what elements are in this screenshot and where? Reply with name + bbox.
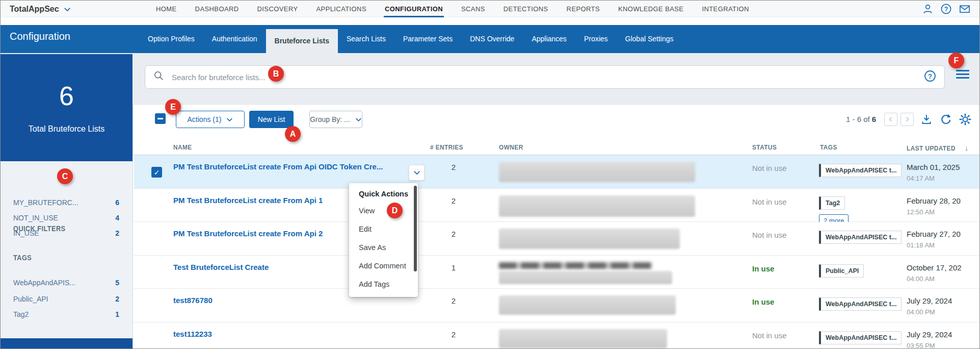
menu-item-save-as[interactable]: Save As	[349, 238, 418, 257]
help-icon[interactable]: ?	[940, 3, 952, 15]
tag-pill[interactable]: WebAppAndAPISEC t...	[819, 231, 902, 244]
next-page-button[interactable]	[900, 113, 914, 126]
nav-knowledge-base[interactable]: KNOWLEDGE BASE	[618, 1, 683, 17]
menu-scrollbar[interactable]	[414, 186, 417, 271]
settings-gear-icon[interactable]	[959, 113, 972, 126]
col-status[interactable]: STATUS	[752, 143, 779, 151]
list-name-link[interactable]: PM Test BruteforceList create From Api 1	[173, 196, 323, 205]
table-row[interactable]: ✓ PM Test BruteforceList create From Api…	[134, 155, 980, 189]
table-row[interactable]: test876780 2 In use WebAppAndAPISEC t...…	[134, 289, 980, 322]
group-by-dropdown[interactable]: Group By: ...	[309, 111, 362, 128]
search-bar: ?	[145, 65, 945, 89]
last-updated-time: 04:00 AM	[907, 275, 935, 283]
tab-bruteforce-lists[interactable]: Bruteforce Lists	[266, 29, 338, 53]
tab-search-lists[interactable]: Search Lists	[338, 25, 394, 53]
tab-proxies[interactable]: Proxies	[575, 25, 617, 53]
col-last-updated[interactable]: LAST UPDATED ↓	[907, 143, 968, 152]
menu-item-view[interactable]: View	[349, 202, 418, 220]
nav-scans[interactable]: SCANS	[461, 1, 485, 17]
table-row[interactable]: Test BruteforceList Create 1 In use Publ…	[134, 256, 980, 289]
nav-dashboard[interactable]: DASHBOARD	[195, 1, 239, 17]
last-updated-date: February 28, 20	[907, 196, 980, 205]
filter-not-in-use[interactable]: NOT_IN_USE 4	[13, 212, 119, 224]
row-actions-chevron[interactable]	[409, 165, 425, 181]
marker-a: A	[285, 126, 301, 142]
tag-pill[interactable]: WebAppAndAPISEC t...	[819, 297, 902, 311]
owner-redacted	[499, 195, 695, 217]
nav-configuration[interactable]: CONFIGURATION	[385, 1, 443, 17]
pagination-label: 1 - 6 of6	[846, 115, 876, 124]
list-name-link[interactable]: test112233	[173, 330, 212, 338]
menu-icon[interactable]	[956, 70, 969, 81]
tag-pill[interactable]: Public_API	[819, 264, 864, 278]
nav-discovery[interactable]: DISCOVERY	[257, 1, 298, 17]
sort-desc-icon[interactable]: ↓	[965, 143, 969, 152]
col-tags[interactable]: TAGS	[820, 143, 839, 151]
owner-redacted	[499, 295, 676, 315]
actions-button[interactable]: Actions (1)	[176, 111, 245, 128]
top-bar-icons: ?	[922, 3, 970, 15]
list-name-link[interactable]: test876780	[173, 296, 213, 305]
top-bar: TotalAppSec HOME DASHBOARD DISCOVERY APP…	[1, 1, 979, 17]
main-nav: HOME DASHBOARD DISCOVERY APPLICATIONS CO…	[156, 1, 749, 17]
entries-count: 2	[438, 296, 469, 305]
tag-pill[interactable]: WebAppAndAPISEC t...	[819, 164, 902, 177]
nav-integration[interactable]: INTEGRATION	[702, 1, 749, 17]
filter-my-bruteforce[interactable]: MY_BRUTEFORC... 6	[13, 196, 119, 209]
row-checkbox-checked[interactable]: ✓	[151, 167, 162, 178]
last-updated-date: March 01, 2025	[907, 163, 980, 171]
mail-icon[interactable]	[959, 3, 970, 15]
menu-item-edit[interactable]: Edit	[349, 220, 418, 238]
menu-item-add-tags[interactable]: Add Tags	[349, 275, 418, 293]
search-help-icon[interactable]: ?	[924, 70, 936, 84]
chevron-down-icon	[355, 117, 362, 122]
last-updated-time: 04:00 PM	[907, 308, 935, 316]
pagination: 1 - 6 of6	[846, 113, 972, 126]
product-switcher[interactable]: TotalAppSec	[10, 1, 71, 17]
marker-b: B	[268, 66, 284, 82]
col-entries[interactable]: # ENTRIES	[430, 143, 466, 151]
prev-page-button[interactable]	[884, 113, 897, 126]
nav-reports[interactable]: REPORTS	[567, 1, 600, 17]
entries-count: 1	[438, 263, 469, 272]
user-icon[interactable]	[922, 3, 934, 15]
tab-appliances[interactable]: Appliances	[523, 25, 575, 53]
tag-filter-tag2[interactable]: Tag2 1	[13, 308, 119, 320]
nav-home[interactable]: HOME	[156, 1, 177, 17]
entries-count: 2	[438, 163, 469, 171]
table-row[interactable]: test112233 2 Not in use WebAppAndAPISEC …	[134, 322, 980, 349]
tab-dns-override[interactable]: DNS Override	[461, 25, 523, 53]
refresh-icon[interactable]	[939, 113, 952, 126]
menu-item-add-comment[interactable]: Add Comment	[349, 257, 418, 275]
last-updated-time: 03:55 PM	[907, 342, 935, 349]
nav-applications[interactable]: APPLICATIONS	[316, 1, 366, 17]
filter-in-use[interactable]: IN_USE 2	[13, 227, 119, 239]
tab-authentication[interactable]: Authentication	[203, 25, 266, 53]
svg-text:?: ?	[944, 6, 948, 13]
tab-option-profiles[interactable]: Option Profiles	[139, 25, 203, 53]
tab-parameter-sets[interactable]: Parameter Sets	[394, 25, 461, 53]
status-badge: Not in use	[752, 231, 787, 239]
col-owner[interactable]: OWNER	[499, 143, 525, 151]
tab-global-settings[interactable]: Global Settings	[617, 25, 682, 53]
marker-e: E	[165, 99, 181, 115]
tag-filter-webappandapis[interactable]: WebAppAndAPIS... 5	[13, 277, 119, 289]
table-row[interactable]: PM Test BruteforceList create From Api 1…	[134, 189, 980, 222]
tag-filter-public-api[interactable]: Public_API 2	[13, 293, 119, 305]
select-all-checkbox[interactable]	[155, 113, 166, 124]
content-panel: Actions (1) New List Group By: ... 1 - 6…	[133, 104, 979, 348]
entries-count: 2	[438, 196, 469, 205]
marker-c: C	[57, 168, 73, 184]
sidebar-next-card	[1, 338, 133, 349]
download-icon[interactable]	[920, 113, 933, 126]
new-list-button[interactable]: New List	[249, 111, 294, 128]
list-name-link[interactable]: PM Test BruteforceList create From Api O…	[173, 162, 383, 171]
col-name[interactable]: NAME	[173, 143, 194, 151]
nav-detections[interactable]: DETECTIONS	[504, 1, 548, 17]
table-row[interactable]: PM Test BruteforceList create From Api 2…	[134, 222, 980, 256]
tag-pill[interactable]: WebAppAndAPISEC t...	[819, 331, 902, 344]
tag-pill[interactable]: Tag2	[819, 196, 845, 210]
list-name-link[interactable]: PM Test BruteforceList create From Api 2	[173, 229, 323, 238]
indeterminate-mark	[157, 118, 163, 119]
list-name-link[interactable]: Test BruteforceList Create	[173, 263, 269, 271]
